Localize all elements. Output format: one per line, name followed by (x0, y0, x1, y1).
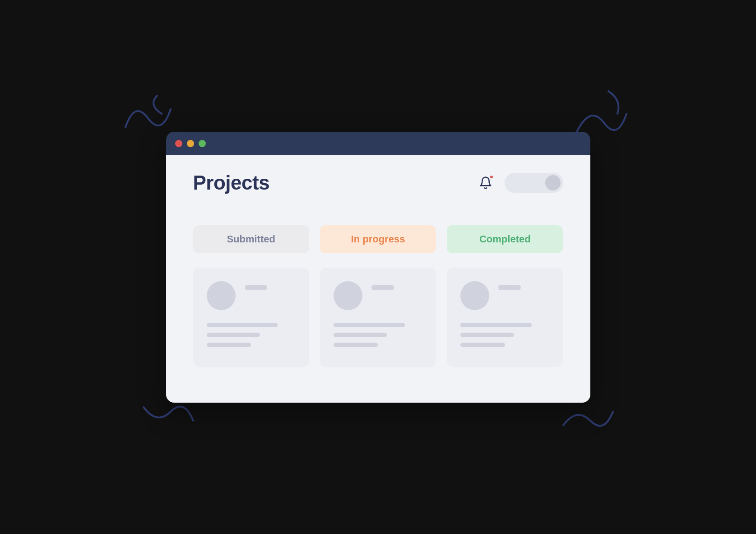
card-line-2b (334, 333, 387, 337)
main-content: Submitted In progress Completed (166, 207, 590, 403)
notification-dot (489, 175, 494, 179)
page-title: Projects (193, 172, 270, 194)
card-lines-3 (460, 323, 549, 347)
card-top-2 (334, 281, 422, 310)
scene: Projects (130, 96, 626, 439)
notification-button[interactable] (476, 173, 496, 193)
header-actions (476, 173, 563, 193)
project-card-1[interactable] (193, 268, 309, 367)
card-line-3c (460, 343, 505, 347)
browser-content: Projects (166, 155, 590, 403)
card-top-1 (207, 281, 296, 310)
browser-window: Projects (166, 132, 590, 403)
status-tabs: Submitted In progress Completed (193, 225, 563, 253)
tab-in-progress[interactable]: In progress (320, 225, 436, 253)
traffic-light-maximize[interactable] (199, 140, 206, 147)
tab-submitted[interactable]: Submitted (193, 225, 309, 253)
card-line-3b (460, 333, 514, 337)
card-line-2c (334, 343, 378, 347)
avatar (545, 175, 561, 190)
card-line-1b (207, 333, 260, 337)
card-tag-2 (371, 285, 394, 290)
page-header: Projects (166, 155, 590, 207)
tab-completed[interactable]: Completed (447, 225, 563, 253)
card-avatar-2 (334, 281, 362, 310)
project-card-3[interactable] (447, 268, 563, 367)
card-line-1a (207, 323, 278, 327)
profile-button[interactable] (505, 173, 563, 193)
card-tag-1 (245, 285, 267, 290)
card-line-1c (207, 343, 251, 347)
traffic-light-minimize[interactable] (187, 140, 194, 147)
card-avatar-3 (460, 281, 489, 310)
browser-titlebar (166, 132, 590, 155)
card-lines-2 (334, 323, 422, 347)
card-tag-3 (498, 285, 521, 290)
card-line-3a (460, 323, 532, 327)
project-card-2[interactable] (320, 268, 436, 367)
card-lines-1 (207, 323, 296, 347)
card-top-3 (460, 281, 549, 310)
card-line-2a (334, 323, 405, 327)
cards-row (193, 268, 563, 367)
traffic-light-close[interactable] (175, 140, 182, 147)
card-avatar-1 (207, 281, 236, 310)
